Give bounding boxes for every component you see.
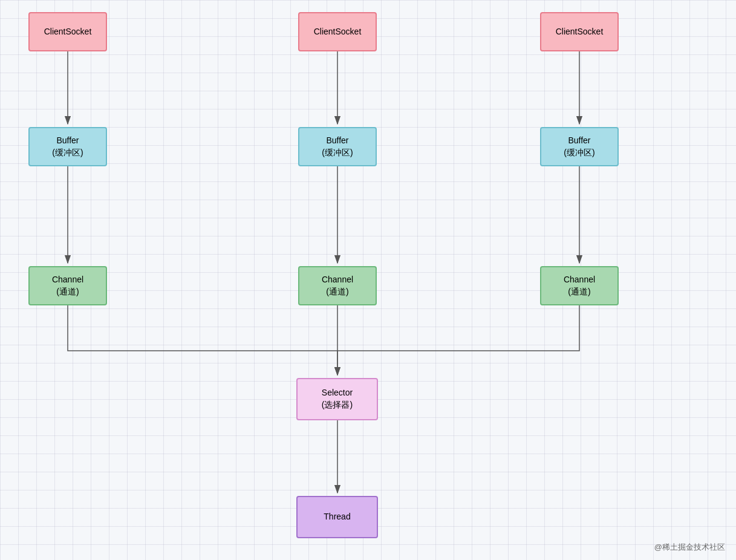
buf3-label: Buffer (568, 135, 590, 147)
channel-1: Channel (通道) (28, 266, 107, 305)
cs1-label: ClientSocket (44, 26, 92, 38)
buf1-sublabel: (缓冲区) (52, 147, 83, 159)
client-socket-3: ClientSocket (540, 12, 619, 51)
buffer-3: Buffer (缓冲区) (540, 127, 619, 166)
buf2-sublabel: (缓冲区) (322, 147, 353, 159)
buffer-2: Buffer (缓冲区) (298, 127, 377, 166)
buffer-1: Buffer (缓冲区) (28, 127, 107, 166)
ch3-label: Channel (564, 274, 595, 286)
sel-label: Selector (322, 387, 353, 399)
buf3-sublabel: (缓冲区) (564, 147, 594, 159)
ch1-label: Channel (52, 274, 83, 286)
thr-label: Thread (324, 511, 350, 523)
arrow-ch3-sel-line (337, 305, 579, 351)
ch2-sublabel: (通道) (326, 286, 348, 298)
ch3-sublabel: (通道) (568, 286, 590, 298)
watermark: @稀土掘金技术社区 (654, 542, 725, 553)
cs2-label: ClientSocket (314, 26, 362, 38)
arrow-ch1-sel (68, 305, 337, 375)
buf2-label: Buffer (326, 135, 348, 147)
buf1-label: Buffer (56, 135, 79, 147)
ch2-label: Channel (322, 274, 353, 286)
cs3-label: ClientSocket (556, 26, 604, 38)
channel-3: Channel (通道) (540, 266, 619, 305)
client-socket-1: ClientSocket (28, 12, 107, 51)
diagram-canvas: ClientSocket ClientSocket ClientSocket B… (0, 0, 736, 560)
ch1-sublabel: (通道) (56, 286, 79, 298)
channel-2: Channel (通道) (298, 266, 377, 305)
client-socket-2: ClientSocket (298, 12, 377, 51)
selector-node: Selector (选择器) (296, 378, 378, 420)
sel-sublabel: (选择器) (322, 399, 353, 411)
thread-node: Thread (296, 496, 378, 538)
